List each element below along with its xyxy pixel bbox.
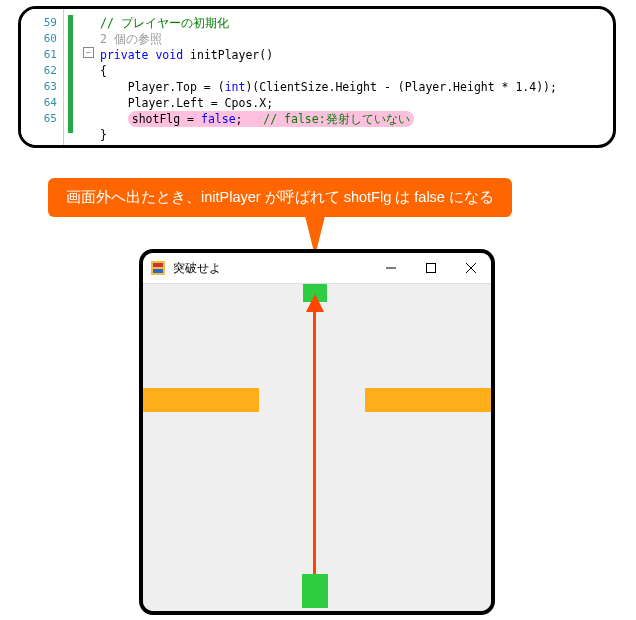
- player-bottom: [302, 574, 328, 608]
- obstacle-right: [365, 388, 491, 412]
- highlighted-line: shotFlg = false; // false:発射していない: [128, 111, 414, 127]
- code-text-area[interactable]: // プレイヤーの初期化 2 個の参照 private void initPla…: [100, 9, 613, 145]
- code-line: Player.Left = Cpos.X;: [100, 96, 273, 110]
- annotation-tooltip: 画面外へ出たとき、initPlayer が呼ばれて shotFlg は fals…: [48, 178, 512, 217]
- comment: // false:発射していない: [263, 112, 409, 126]
- keyword-private: private: [100, 48, 148, 62]
- tooltip-text: 画面外へ出たとき、initPlayer が呼ばれて shotFlg は fals…: [66, 189, 494, 205]
- code-editor-panel: 59 60 61 62 63 64 65 − // プレイヤーの初期化 2 個の…: [18, 6, 616, 148]
- window-title: 突破せよ: [173, 260, 371, 277]
- change-indicator-margin: [64, 9, 80, 145]
- code-line: shotFlg =: [132, 112, 201, 126]
- line-number: 60: [21, 31, 57, 47]
- keyword-int: int: [225, 80, 246, 94]
- outlining-margin: −: [80, 9, 100, 145]
- line-number: 61: [21, 47, 57, 63]
- app-icon: [151, 261, 165, 275]
- trajectory-arrowhead-icon: [306, 294, 324, 312]
- saved-change-bar: [68, 15, 73, 133]
- svg-rect-4: [427, 264, 436, 273]
- line-number: 64: [21, 95, 57, 111]
- line-number: 65: [21, 111, 57, 127]
- line-number-gutter: 59 60 61 62 63 64 65: [21, 9, 64, 145]
- code-line: Player.Top = (: [100, 80, 225, 94]
- line-number: 63: [21, 79, 57, 95]
- codelens-references[interactable]: 2 個の参照: [100, 32, 162, 46]
- svg-rect-1: [153, 263, 163, 267]
- minimize-icon: [386, 263, 396, 273]
- close-button[interactable]: [451, 253, 491, 283]
- fold-toggle-icon[interactable]: −: [83, 47, 94, 58]
- keyword-false: false: [201, 112, 236, 126]
- code-line: ;: [236, 112, 264, 126]
- maximize-button[interactable]: [411, 253, 451, 283]
- close-icon: [466, 263, 476, 273]
- method-name: initPlayer: [190, 48, 259, 62]
- trajectory-line: [313, 302, 316, 576]
- game-window: 突破せよ: [139, 249, 495, 615]
- comment: // プレイヤーの初期化: [100, 16, 229, 30]
- brace-close: }: [100, 128, 107, 142]
- obstacle-left: [143, 388, 259, 412]
- game-client-area[interactable]: [143, 284, 491, 612]
- method-parens: (): [259, 48, 273, 62]
- keyword-void: void: [155, 48, 183, 62]
- line-number: 59: [21, 15, 57, 31]
- code-line: )(ClientSize.Height - (Player.Height * 1…: [245, 80, 557, 94]
- minimize-button[interactable]: [371, 253, 411, 283]
- svg-rect-2: [153, 269, 163, 273]
- window-titlebar[interactable]: 突破せよ: [143, 253, 491, 284]
- brace-open: {: [100, 64, 107, 78]
- maximize-icon: [426, 263, 436, 273]
- window-controls: [371, 253, 491, 283]
- line-number: 62: [21, 63, 57, 79]
